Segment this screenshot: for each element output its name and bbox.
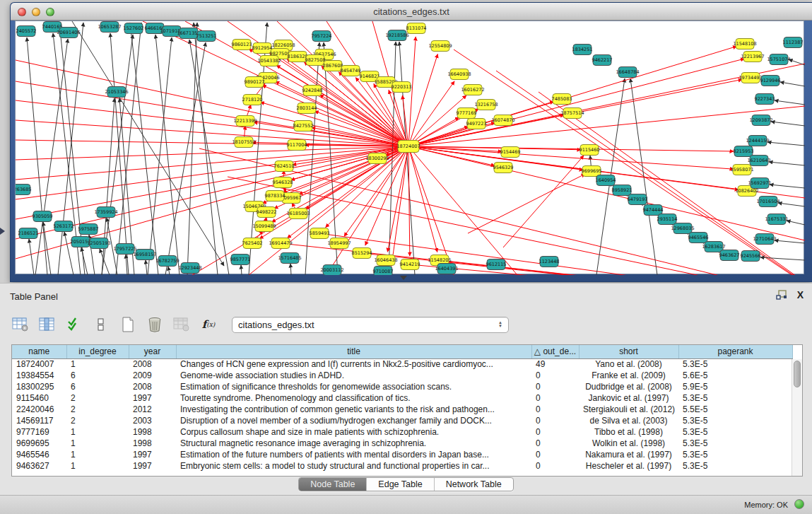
graph-node[interactable]: 19218586 — [385, 30, 408, 41]
table-cell[interactable]: Yano et al. (2008) — [579, 358, 678, 370]
graph-node[interactable]: 10543382 — [257, 56, 281, 66]
table-header-row[interactable]: namein_degreeyeartitle△ out_de...shortpa… — [12, 345, 792, 358]
graph-node[interactable]: 7625402 — [242, 238, 263, 249]
graph-node[interactable]: 9245566 — [741, 251, 761, 262]
column-header-out-de-[interactable]: △ out_de... — [531, 345, 579, 358]
graph-node[interactable]: 15692971 — [748, 178, 771, 189]
table-cell[interactable]: Jankovic et al. (1997) — [579, 392, 678, 404]
graph-node[interactable]: 9890127 — [245, 77, 265, 88]
graph-node[interactable]: 8215953 — [734, 146, 754, 157]
table-cell[interactable]: 1 — [66, 449, 129, 460]
graph-node[interactable]: 11675331 — [765, 214, 788, 225]
select-rows-icon[interactable] — [65, 315, 83, 334]
table-cell[interactable]: Hescheler et al. (1997) — [579, 460, 678, 472]
graph-node[interactable]: 20003112 — [320, 265, 343, 276]
table-row[interactable]: 911546021997Tourette syndrome. Phenomeno… — [12, 392, 792, 404]
column-header-in-degree[interactable]: in_degree — [66, 345, 129, 358]
table-cell[interactable]: 2009 — [129, 370, 176, 381]
graph-node[interactable]: 1263685 — [16, 185, 31, 195]
graph-node[interactable]: 9305059 — [33, 211, 53, 222]
table-cell[interactable]: Estimation of significance thresholds fo… — [176, 381, 531, 392]
graph-node[interactable]: 12444159 — [746, 136, 769, 146]
table-cell[interactable]: 1 — [66, 438, 129, 449]
graph-node[interactable]: 12213967 — [741, 52, 764, 62]
table-cell[interactable]: 5.3E-5 — [678, 438, 792, 449]
graph-node[interactable]: 9860123 — [232, 40, 252, 50]
graph-node[interactable]: 2718120 — [242, 95, 263, 105]
column-header-pagerank[interactable]: pagerank — [678, 345, 792, 358]
delete-icon[interactable] — [146, 315, 164, 334]
table-cell[interactable]: 5.3E-5 — [678, 358, 792, 370]
table-scrollbar[interactable] — [792, 359, 802, 476]
table-cell[interactable]: Stergiakouli et al. (2012) — [579, 404, 678, 415]
table-cell[interactable]: 2 — [66, 415, 129, 426]
table-cell[interactable]: 5.3E-5 — [678, 426, 792, 438]
table-cell[interactable]: 22420046 — [12, 404, 66, 415]
graph-node[interactable]: 16185003 — [286, 209, 310, 219]
table-row[interactable]: 1830029562008Estimation of significance … — [12, 381, 792, 392]
close-panel-icon[interactable]: X — [797, 289, 804, 300]
new-document-icon[interactable] — [119, 315, 137, 334]
table-cell[interactable]: 49 — [531, 358, 579, 370]
graph-node[interactable]: 9463627 — [719, 250, 740, 261]
table-cell[interactable]: 0 — [531, 404, 579, 415]
table-cell[interactable]: 0 — [531, 438, 579, 449]
graph-node[interactable]: 9227343 — [755, 94, 775, 105]
graph-node[interactable]: 2405572 — [16, 26, 37, 37]
graph-node[interactable]: 8427552 — [293, 121, 314, 132]
graph-node[interactable]: 18300295 — [365, 153, 389, 164]
graph-node[interactable]: 9242848 — [302, 86, 323, 96]
table-cell[interactable]: 2008 — [129, 381, 176, 392]
table-cell[interactable]: Investigating the contribution of common… — [176, 404, 531, 415]
graph-node[interactable]: 9414219 — [400, 259, 420, 270]
table-cell[interactable]: 0 — [531, 370, 579, 381]
column-header-name[interactable]: name — [12, 345, 66, 358]
table-cell[interactable]: 19384554 — [12, 370, 66, 381]
graph-node[interactable]: 11548108 — [733, 39, 756, 49]
table-cell[interactable]: 14569117 — [12, 415, 66, 426]
graph-node[interactable]: 12923448 — [178, 263, 201, 274]
table-row[interactable]: 946362711997Embryonic stem cells: a mode… — [12, 460, 792, 472]
float-window-icon[interactable] — [776, 290, 787, 300]
graph-node[interactable]: 9878334 — [265, 191, 286, 201]
graph-node[interactable]: 9462217 — [592, 55, 613, 66]
tab-network-table[interactable]: Network Table — [435, 478, 513, 491]
table-cell[interactable]: Dudbridge et al. (2008) — [579, 381, 678, 392]
table-cell[interactable]: Franke et al. (2009) — [579, 370, 678, 381]
graph-node[interactable]: 16404391 — [435, 264, 458, 274]
table-cell[interactable]: 0 — [531, 426, 579, 438]
graph-node[interactable]: 16648784 — [616, 67, 639, 78]
table-cell[interactable]: 5.3E-5 — [678, 392, 792, 404]
graph-node[interactable]: 2803144 — [297, 103, 317, 114]
graph-node[interactable]: 5263172 — [54, 221, 74, 232]
graph-node[interactable]: 8958921 — [612, 185, 632, 196]
table-cell[interactable]: 18300295 — [12, 381, 66, 392]
graph-node[interactable]: 18757514 — [560, 108, 584, 119]
network-canvas[interactable]: 1872400798601238912954182260589827509818… — [15, 21, 804, 274]
graph-node[interactable]: 9115460 — [579, 145, 600, 156]
table-cell[interactable]: 5.3E-5 — [678, 449, 792, 460]
table-cell[interactable]: 5.3E-5 — [678, 460, 792, 472]
graph-node[interactable]: 9465546 — [688, 233, 709, 243]
graph-node[interactable]: 1834251 — [572, 45, 593, 55]
graph-node[interactable]: 9497223 — [466, 119, 487, 129]
column-header-short[interactable]: short — [579, 345, 678, 358]
table-cell[interactable]: de Silva et al. (2003) — [579, 415, 678, 426]
graph-node[interactable]: 12554809 — [428, 41, 452, 52]
graph-node[interactable]: 6479197 — [628, 194, 648, 205]
table-cell[interactable]: 2012 — [129, 404, 176, 415]
table-cell[interactable]: 9463627 — [12, 460, 66, 472]
table-cell[interactable]: 1997 — [129, 449, 176, 460]
graph-node[interactable]: 9498222 — [257, 207, 277, 218]
graph-node[interactable]: 8454749 — [341, 66, 361, 76]
graph-node[interactable]: 7624510 — [274, 161, 295, 172]
table-cell[interactable]: 0 — [531, 460, 579, 472]
function-builder-icon[interactable]: f(x) — [199, 315, 218, 334]
graph-node[interactable]: 9129946 — [760, 76, 781, 86]
graph-node[interactable]: 7513251 — [196, 31, 217, 42]
graph-node[interactable]: 9546329 — [493, 163, 514, 173]
graph-node[interactable]: 12093872 — [749, 115, 772, 126]
table-cell[interactable]: 1997 — [129, 392, 176, 404]
table-cell[interactable]: 2 — [66, 404, 129, 415]
graph-node[interactable]: 15716485 — [278, 253, 301, 264]
